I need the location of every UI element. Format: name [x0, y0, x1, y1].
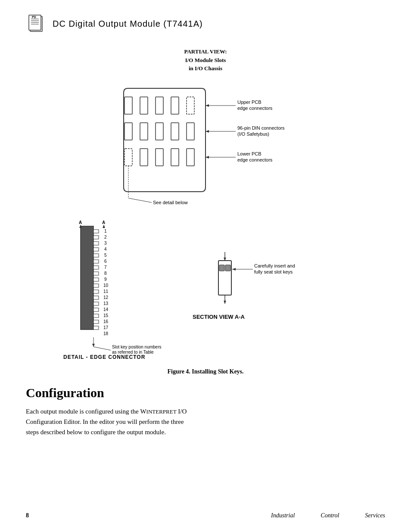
svg-text:6: 6 — [104, 259, 107, 264]
svg-text:PD: PD — [32, 16, 36, 19]
svg-rect-13 — [140, 123, 148, 140]
configuration-heading: Configuration — [26, 386, 385, 400]
svg-text:96-pin  DIN  connectors: 96-pin DIN connectors — [237, 125, 285, 131]
configuration-body: Each output module is configured using t… — [26, 406, 336, 437]
config-text-1: Each output module is configured using t… — [26, 408, 140, 415]
svg-rect-46 — [93, 278, 99, 281]
page-title: DC Digital Output Module (T7441A) — [53, 19, 203, 29]
svg-rect-45 — [93, 272, 99, 275]
svg-text:7: 7 — [104, 265, 107, 270]
svg-text:(I/O  Safetybus): (I/O Safetybus) — [237, 131, 269, 137]
svg-text:SECTION  VIEW     A-A: SECTION VIEW A-A — [193, 314, 245, 320]
svg-text:10: 10 — [103, 283, 109, 288]
svg-text:11: 11 — [103, 289, 109, 294]
svg-rect-53 — [93, 320, 99, 324]
svg-rect-50 — [93, 302, 99, 305]
svg-text:See  detail  below: See detail below — [153, 200, 188, 205]
svg-text:Carefully  insert  and: Carefully insert and — [254, 263, 295, 268]
svg-marker-80 — [92, 344, 95, 347]
svg-rect-9 — [156, 97, 163, 114]
svg-text:12: 12 — [103, 295, 109, 300]
svg-rect-12 — [125, 123, 132, 140]
svg-rect-37 — [81, 226, 93, 330]
svg-text:5: 5 — [104, 253, 107, 258]
svg-rect-47 — [93, 284, 99, 287]
chassis-svg: Upper PCB edge connectors 96-pin DIN con… — [76, 75, 335, 213]
footer-services: Services — [365, 512, 385, 519]
config-text-2: I/O — [177, 408, 187, 415]
svg-text:4: 4 — [104, 247, 107, 252]
svg-rect-86 — [219, 265, 224, 271]
svg-text:1: 1 — [104, 229, 107, 233]
svg-text:fully  seat  slot  keys: fully seat slot keys — [254, 269, 293, 274]
svg-rect-21 — [187, 149, 194, 166]
svg-line-81 — [93, 347, 111, 350]
footer-page-number: 8 — [26, 512, 29, 519]
svg-text:2: 2 — [104, 235, 107, 240]
svg-marker-23 — [206, 104, 209, 107]
svg-text:Upper  PCB: Upper PCB — [237, 100, 262, 105]
footer-industrial: Industrial — [271, 512, 295, 519]
svg-rect-44 — [93, 266, 99, 269]
svg-rect-20 — [171, 149, 179, 166]
svg-marker-60 — [103, 225, 105, 228]
svg-text:16: 16 — [103, 319, 109, 324]
svg-text:DETAIL  -  EDGE  CONNECTOR: DETAIL - EDGE CONNECTOR — [63, 354, 145, 360]
svg-rect-8 — [140, 97, 148, 114]
svg-text:A: A — [102, 220, 105, 225]
svg-rect-42 — [93, 254, 99, 257]
svg-marker-89 — [224, 258, 226, 261]
svg-rect-7 — [125, 97, 132, 114]
footer-control: Control — [321, 512, 339, 519]
svg-text:15: 15 — [103, 313, 109, 318]
edge-teeth — [93, 230, 99, 330]
detail-section-svg: A A 1 2 3 4 5 6 7 8 9 10 11 12 13 — [55, 213, 356, 360]
svg-marker-27 — [206, 130, 209, 133]
svg-rect-43 — [93, 260, 99, 263]
svg-text:14: 14 — [103, 307, 109, 312]
svg-marker-91 — [224, 301, 226, 304]
footer-center: Industrial Control Services — [271, 512, 385, 519]
svg-text:edge  connectors: edge connectors — [237, 157, 273, 162]
svg-text:18: 18 — [103, 331, 109, 336]
svg-rect-41 — [93, 248, 99, 251]
footer: 8 Industrial Control Services — [26, 512, 385, 519]
svg-marker-93 — [232, 268, 236, 271]
svg-rect-40 — [93, 242, 99, 245]
svg-rect-10 — [171, 97, 179, 114]
detail-section-row: A A 1 2 3 4 5 6 7 8 9 10 11 12 13 — [55, 213, 356, 360]
svg-rect-87 — [225, 265, 230, 271]
svg-rect-19 — [156, 149, 163, 166]
svg-text:Lower  PCB: Lower PCB — [237, 151, 262, 156]
diagram-area: PARTIAL VIEW: I/O Module Slots in I/O Ch… — [26, 47, 385, 360]
winterpret-text: WINTERPRET — [140, 408, 176, 415]
svg-rect-17 — [125, 149, 132, 166]
svg-text:17: 17 — [103, 325, 109, 330]
svg-rect-39 — [93, 236, 99, 239]
svg-text:edge  connectors: edge connectors — [237, 106, 273, 111]
config-text-4: steps described below to configure the o… — [26, 429, 166, 436]
svg-rect-48 — [93, 290, 99, 293]
chassis-diagram: Upper PCB edge connectors 96-pin DIN con… — [76, 75, 335, 213]
header: PD DC Digital Output Module (T7441A) — [26, 13, 385, 34]
svg-text:Slot  key  position  numbers: Slot key position numbers — [112, 345, 162, 349]
svg-rect-18 — [140, 149, 148, 166]
svg-text:13: 13 — [103, 301, 109, 306]
partial-view-label: PARTIAL VIEW: I/O Module Slots in I/O Ch… — [184, 47, 227, 73]
svg-rect-14 — [156, 123, 163, 140]
svg-rect-52 — [93, 314, 99, 317]
svg-text:9: 9 — [104, 277, 107, 282]
figure-caption: Figure 4. Installing Slot Keys. — [26, 368, 385, 375]
svg-text:3: 3 — [104, 241, 107, 246]
page: PD DC Digital Output Module (T7441A) PAR… — [0, 0, 411, 532]
svg-text:8: 8 — [104, 271, 107, 276]
config-text-3: Configuration Editor. In the editor you … — [26, 418, 184, 425]
configuration-section: Configuration Each output module is conf… — [26, 386, 385, 437]
svg-line-35 — [128, 198, 152, 202]
svg-rect-15 — [171, 123, 179, 140]
svg-rect-49 — [93, 296, 99, 299]
svg-rect-54 — [93, 326, 99, 330]
svg-rect-38 — [93, 230, 99, 233]
svg-text:A: A — [79, 220, 82, 225]
svg-marker-31 — [206, 156, 209, 159]
